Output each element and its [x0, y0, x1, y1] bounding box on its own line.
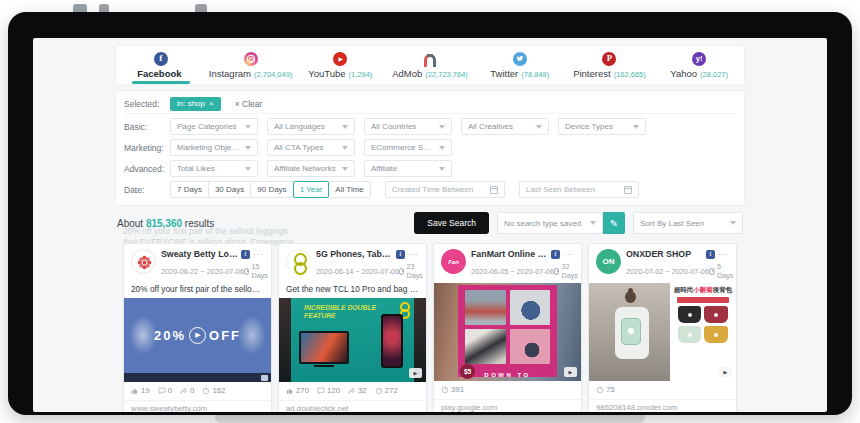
dropdown-marketing-objectives[interactable]: Marketing Objectives	[170, 139, 258, 156]
chevron-down-icon	[439, 125, 445, 129]
created-time-input[interactable]: Created Time Between	[385, 181, 505, 198]
advertiser-name[interactable]: 5G Phones, Tablets & SIMs | ...	[316, 249, 393, 259]
chevron-down-icon	[245, 146, 251, 150]
tab-label: Facebook	[137, 68, 181, 79]
ad-creative[interactable]: 20%▶OFF	[124, 298, 271, 382]
ad-results-grid: Sweaty Betty London | Wom... f ··· 2020-…	[123, 243, 737, 412]
advertiser-name[interactable]: FanMart Online Shopping - F...	[471, 249, 548, 259]
youtube-icon: ▶	[333, 52, 347, 66]
ad-creative[interactable]: 超時尚小雛菊後背包 ▶	[589, 283, 736, 381]
range-90-days[interactable]: 90 Days	[250, 181, 293, 198]
ad-creative[interactable]: DOWN TO $5 ▶	[434, 283, 581, 381]
more-options-icon[interactable]: ···	[253, 250, 264, 259]
clock-icon	[244, 268, 249, 275]
tab-label: AdMob	[392, 68, 422, 79]
advertiser-logo	[131, 249, 156, 274]
more-options-icon[interactable]: ···	[718, 250, 729, 259]
phone-image	[381, 314, 403, 368]
chevron-down-icon	[439, 146, 445, 150]
heat-icon	[596, 386, 604, 394]
dropdown-creatives[interactable]: All Creatives	[461, 118, 549, 135]
tab-count: (1,294)	[349, 70, 373, 79]
ad-card: Sweaty Betty London | Wom... f ··· 2020-…	[123, 243, 272, 412]
heat-icon	[202, 387, 210, 395]
basic-label: Basic:	[124, 122, 170, 132]
selected-tag-in-shop[interactable]: in: shop×	[170, 97, 221, 111]
fullscreen-icon	[261, 375, 268, 381]
clock-icon	[709, 268, 715, 275]
ad-duration: 23 Days	[406, 262, 424, 280]
ad-stats: 391	[434, 381, 581, 397]
range-7-days[interactable]: 7 Days	[170, 181, 209, 198]
tab-youtube[interactable]: ▶ YouTube(1,294)	[295, 46, 385, 84]
advertiser-name[interactable]: ONXDER SHOP	[626, 249, 703, 259]
save-search-button[interactable]: Save Search	[414, 212, 489, 234]
comment-icon	[158, 387, 166, 395]
clock-icon	[554, 268, 559, 275]
dropdown-affiliate[interactable]: Affiliate	[364, 160, 452, 177]
range-all-time[interactable]: All Time	[328, 181, 370, 198]
facebook-icon: f	[154, 52, 168, 66]
ad-text: Get the new TCL 10 Pro and bag a free TC…	[279, 283, 426, 298]
heat-icon	[375, 387, 383, 395]
sort-dropdown[interactable]: Sort By Last Seen	[633, 212, 743, 234]
dropdown-device-types[interactable]: Device Types	[558, 118, 646, 135]
ad-date-range: 2020-06-05 ~ 2020-07-06	[471, 267, 554, 276]
chevron-down-icon	[730, 221, 736, 225]
ad-domain[interactable]: www.sweatybetty.com	[124, 400, 271, 412]
ad-domain[interactable]: ad.doubleclick.net	[279, 400, 426, 412]
tab-label: YouTube	[308, 68, 345, 79]
tab-instagram[interactable]: Instagram(2,704,049)	[206, 46, 296, 84]
remove-tag-icon[interactable]: ×	[209, 99, 214, 108]
range-1-year[interactable]: 1 Year	[293, 181, 330, 198]
yahoo-icon: y!	[692, 52, 706, 66]
tab-yahoo[interactable]: y! Yahoo(28,027)	[654, 46, 744, 84]
instagram-icon	[244, 52, 258, 66]
model-photo	[589, 283, 670, 381]
chevron-down-icon	[342, 125, 348, 129]
advertiser-name[interactable]: Sweaty Betty London | Wom...	[161, 249, 238, 259]
tab-label: Pinterest	[573, 68, 611, 79]
clear-filters-link[interactable]: × Clear	[235, 99, 263, 109]
price-badge: $5	[460, 364, 475, 379]
advertiser-logo: Fan	[441, 249, 466, 274]
pinterest-icon: P	[602, 52, 616, 66]
ad-stats: 75	[589, 381, 736, 397]
more-options-icon[interactable]: ···	[563, 250, 574, 259]
dropdown-page-categories[interactable]: Page Categories	[170, 118, 258, 135]
ad-card: Fan FanMart Online Shopping - F... f ···…	[433, 243, 582, 412]
ad-date-range: 2020-06-14 ~ 2020-07-06	[316, 267, 399, 276]
dropdown-languages[interactable]: All Languages	[267, 118, 355, 135]
dropdown-total-likes[interactable]: Total Likes	[170, 160, 258, 177]
dropdown-cta-types[interactable]: All CTA Types	[267, 139, 355, 156]
ad-domain[interactable]: 986208148.onxder.com	[589, 399, 736, 412]
more-options-icon[interactable]: ···	[408, 250, 419, 259]
ad-creative[interactable]: INCREDIBLE DOUBLEFEATURE ▶	[279, 298, 426, 382]
ad-card: 5G Phones, Tablets & SIMs | ... f ··· 20…	[278, 243, 427, 412]
ad-card: ON ONXDER SHOP f ··· 2020-07-02 ~ 2020-0…	[588, 243, 737, 412]
heat-icon	[441, 386, 449, 394]
dropdown-affiliate-networks[interactable]: Affiliate Networks	[267, 160, 355, 177]
calendar-icon	[490, 186, 498, 194]
tab-label: Yahoo	[670, 68, 697, 79]
dropdown-countries[interactable]: All Countries	[364, 118, 452, 135]
tab-twitter[interactable]: Twitter(78,848)	[475, 46, 565, 84]
tab-facebook[interactable]: f Facebook	[116, 46, 206, 84]
backpack-grid	[672, 306, 734, 343]
last-seen-input[interactable]: Last Seen Between	[519, 181, 639, 198]
dropdown-ecommerce-softwares[interactable]: ECommerce Softwares	[364, 139, 452, 156]
ad-domain[interactable]: play.google.com	[434, 399, 581, 412]
tab-count: (78,848)	[521, 70, 549, 79]
tab-pinterest[interactable]: P Pinterest(162,665)	[565, 46, 655, 84]
chevron-down-icon	[633, 125, 639, 129]
advertiser-logo: ON	[596, 249, 621, 274]
range-30-days[interactable]: 30 Days	[208, 181, 251, 198]
edit-search-button[interactable]: ✎	[603, 212, 625, 234]
video-icon: ▶	[719, 367, 732, 377]
tab-admob[interactable]: AdMob(22,723,764)	[385, 46, 475, 84]
share-icon	[348, 387, 356, 395]
video-icon: ▶	[564, 367, 577, 377]
play-icon[interactable]: ▶	[189, 327, 206, 344]
saved-search-dropdown[interactable]: No search type saved	[497, 212, 603, 234]
clock-icon	[399, 268, 404, 275]
